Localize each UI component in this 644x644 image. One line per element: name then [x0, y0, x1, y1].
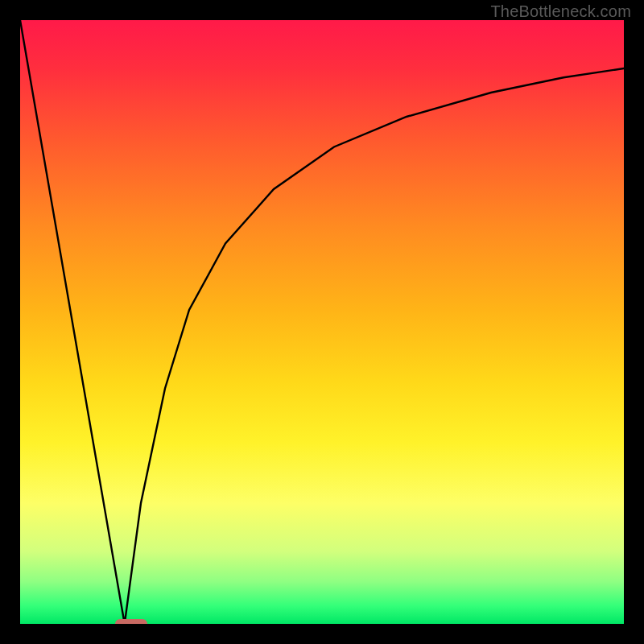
- brand-watermark: TheBottleneck.com: [490, 2, 631, 21]
- optimal-marker: [115, 619, 147, 624]
- chart-frame: TheBottleneck.com: [0, 0, 644, 644]
- plot-area: [20, 20, 624, 624]
- curve-layer: [20, 20, 624, 624]
- bottleneck-curve: [20, 20, 624, 624]
